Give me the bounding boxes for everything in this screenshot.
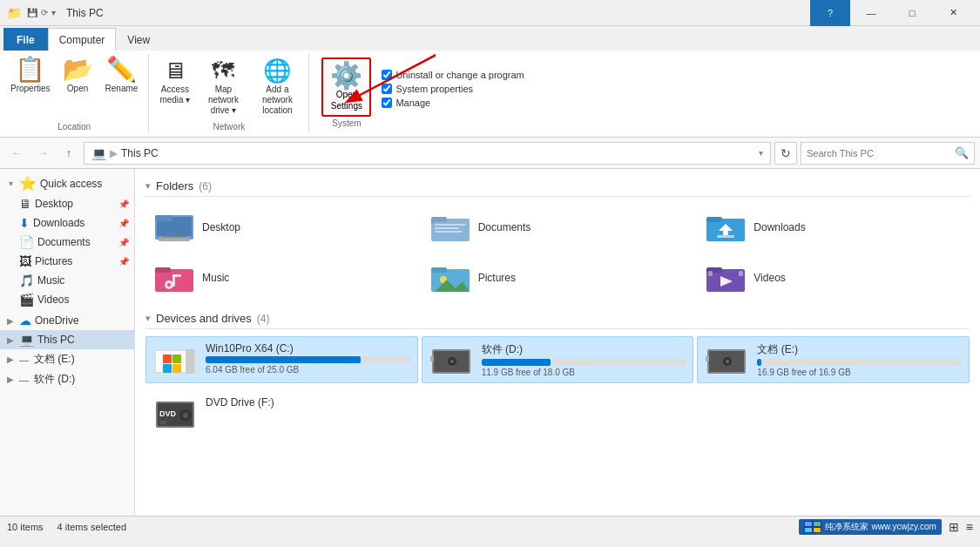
open-settings-icon: ⚙️ xyxy=(330,63,362,89)
maximize-button[interactable]: □ xyxy=(892,0,932,26)
address-path[interactable]: 💻 ▶ This PC ▾ xyxy=(84,142,771,165)
uninstall-checkbox[interactable]: Uninstall or change a program xyxy=(382,69,524,81)
back-button[interactable]: ← xyxy=(5,143,28,164)
folders-expander[interactable]: ▾ xyxy=(145,180,151,192)
this-pc-expander[interactable]: ▶ xyxy=(5,335,16,345)
tab-computer[interactable]: Computer xyxy=(48,28,117,51)
svg-rect-19 xyxy=(155,267,171,273)
folder-item-desktop[interactable]: Desktop xyxy=(145,204,418,251)
sidebar-item-this-pc[interactable]: ▶ 💻 This PC xyxy=(0,330,134,349)
sidebar-item-videos[interactable]: 🎬 Videos xyxy=(0,290,134,309)
tab-file[interactable]: File xyxy=(3,28,48,51)
status-bar-right: 纯净系统家 www.ycwjzy.com ⊞ ≡ xyxy=(799,519,973,535)
uninstall-checkbox-input[interactable] xyxy=(382,70,392,80)
drive-e-icon-container xyxy=(705,342,750,377)
add-network-location-icon: 🌐 xyxy=(263,57,291,84)
quick-access-icon: ⭐ xyxy=(19,175,37,192)
drive-c-icon-container xyxy=(153,342,199,377)
system-checkboxes: Uninstall or change a program System pro… xyxy=(378,54,531,133)
up-button[interactable]: ↑ xyxy=(57,143,80,164)
sidebar-item-onedrive[interactable]: ▶ ☁ OneDrive xyxy=(0,311,134,330)
drive-f-icon-container: DVD xyxy=(153,396,199,431)
folders-section-title: Folders xyxy=(156,179,193,192)
address-dropdown-icon[interactable]: ▾ xyxy=(759,148,763,158)
documents-icon: 📄 xyxy=(19,235,34,249)
drive-item-f[interactable]: DVD DVD Drive (F:) xyxy=(145,390,418,437)
ribbon-group-network: 🖥 Accessmedia ▾ 🗺 Map networkdrive ▾ 🌐 A… xyxy=(149,54,309,133)
drive-item-c[interactable]: Win10Pro X64 (C:) 6.04 GB free of 25.0 G… xyxy=(145,336,418,383)
drive-d-free: 11.9 GB free of 18.0 GB xyxy=(482,368,686,377)
desktop-pin-icon: 📌 xyxy=(118,199,129,209)
sidebar-item-downloads[interactable]: ⬇ Downloads 📌 xyxy=(0,213,134,233)
onedrive-expander[interactable]: ▶ xyxy=(5,316,16,326)
wenjian-drive-indicator: — xyxy=(19,355,29,365)
svg-rect-14 xyxy=(706,217,722,222)
map-network-drive-button[interactable]: 🗺 Map networkdrive ▾ xyxy=(197,54,249,119)
open-button[interactable]: 📂 Open xyxy=(57,54,98,97)
svg-rect-37 xyxy=(163,364,172,373)
sidebar-item-quick-access[interactable]: ▾ ⭐ Quick access xyxy=(0,172,134,194)
pictures-folder-name: Pictures xyxy=(478,272,516,284)
svg-point-43 xyxy=(450,360,454,363)
drives-expander[interactable]: ▾ xyxy=(145,313,151,324)
open-settings-container: ⚙️ OpenSettings System xyxy=(314,54,378,133)
ribbon: File Computer View 📋 Properties 📂 Open ✏… xyxy=(0,26,980,138)
refresh-button[interactable]: ↻ xyxy=(774,142,797,165)
drive-item-d[interactable]: 软件 (D:) 11.9 GB free of 18.0 GB xyxy=(422,336,694,383)
access-media-button[interactable]: 🖥 Accessmedia ▾ xyxy=(154,54,195,109)
svg-rect-23 xyxy=(172,274,181,277)
folder-item-pictures[interactable]: Pictures xyxy=(422,254,694,301)
search-box[interactable]: 🔍 xyxy=(801,142,975,165)
sidebar-this-pc-label: This PC xyxy=(37,334,129,346)
watermark-url: www.ycwjzy.com xyxy=(872,522,936,531)
folder-item-videos[interactable]: Videos xyxy=(697,254,970,301)
open-settings-label: OpenSettings xyxy=(331,89,362,111)
folders-section-header: ▾ Folders (6) xyxy=(145,179,970,197)
tab-view[interactable]: View xyxy=(116,28,161,51)
sidebar-item-pictures[interactable]: 🖼 Pictures 📌 xyxy=(0,252,134,271)
sidebar-ruanjian-label: 软件 (D:) xyxy=(34,372,129,387)
add-network-location-button[interactable]: 🌐 Add a networklocation xyxy=(251,54,303,119)
sidebar-item-music[interactable]: 🎵 Music xyxy=(0,271,134,290)
downloads-icon: ⬇ xyxy=(19,216,30,230)
search-input[interactable] xyxy=(807,148,951,159)
drive-e-bar-bg xyxy=(757,359,962,366)
ruanjian-expander[interactable]: ▶ xyxy=(5,375,16,384)
music-folder-name: Music xyxy=(202,272,229,284)
drive-item-e[interactable]: 文档 (E:) 16.9 GB free of 16.9 GB xyxy=(697,336,970,383)
manage-checkbox[interactable]: Manage xyxy=(382,97,524,109)
system-properties-checkbox-input[interactable] xyxy=(382,84,392,94)
properties-button[interactable]: 📋 Properties xyxy=(5,54,56,97)
title-bar-controls: ? — □ ✕ xyxy=(810,0,973,26)
manage-checkbox-input[interactable] xyxy=(382,98,392,108)
help-button[interactable]: ? xyxy=(810,0,850,26)
svg-rect-60 xyxy=(814,528,821,532)
sidebar-item-wenjian[interactable]: ▶ — 文档 (E:) xyxy=(0,349,134,369)
folder-item-documents[interactable]: Documents xyxy=(422,204,694,251)
svg-rect-44 xyxy=(430,356,434,361)
sidebar-quick-access-label: Quick access xyxy=(40,178,129,190)
sidebar-item-desktop[interactable]: 🖥 Desktop 📌 xyxy=(0,194,134,213)
pictures-folder-icon xyxy=(429,260,471,295)
sidebar-music-label: Music xyxy=(37,274,129,287)
rename-button[interactable]: ✏️ Rename xyxy=(100,54,144,97)
forward-button[interactable]: → xyxy=(31,143,54,164)
folder-item-music[interactable]: Music xyxy=(145,254,418,301)
items-selected: 4 items selected xyxy=(57,522,126,532)
watermark-icon xyxy=(804,521,821,533)
sidebar-item-documents[interactable]: 📄 Documents 📌 xyxy=(0,233,134,252)
svg-rect-58 xyxy=(814,522,821,526)
view-icons[interactable]: ⊞ xyxy=(949,520,959,534)
system-properties-checkbox[interactable]: System properties xyxy=(382,83,524,95)
sidebar-item-ruanjian[interactable]: ▶ — 软件 (D:) xyxy=(0,369,134,389)
open-settings-button[interactable]: ⚙️ OpenSettings xyxy=(321,57,371,117)
close-button[interactable]: ✕ xyxy=(933,0,973,26)
view-list[interactable]: ≡ xyxy=(966,520,973,534)
quick-access-expander[interactable]: ▾ xyxy=(5,179,16,188)
minimize-button[interactable]: — xyxy=(851,0,891,26)
drives-section-header: ▾ Devices and drives (4) xyxy=(145,312,970,329)
folder-item-downloads[interactable]: Downloads xyxy=(697,204,970,251)
this-pc-icon: 💻 xyxy=(19,333,34,347)
svg-text:DVD: DVD xyxy=(159,409,177,418)
wenjian-expander[interactable]: ▶ xyxy=(5,355,16,364)
